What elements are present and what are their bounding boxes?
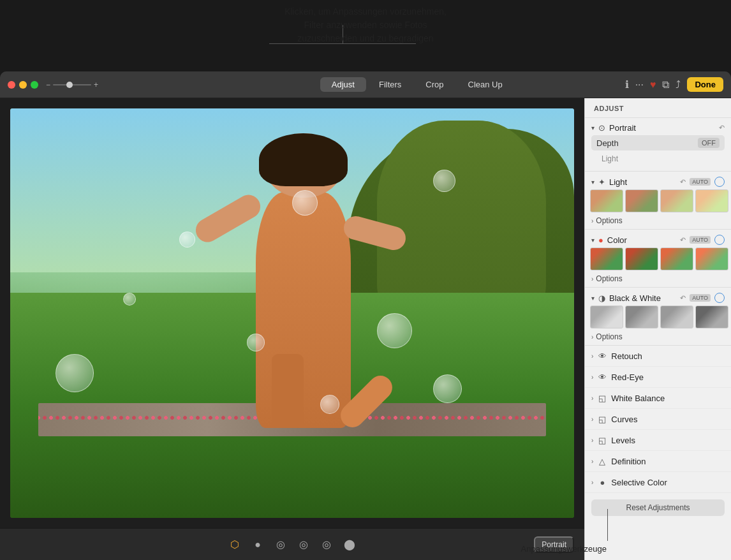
tab-crop[interactable]: Crop — [414, 77, 455, 92]
reset-adjustments-button[interactable]: Reset Adjustments — [591, 499, 725, 516]
light-thumb-1[interactable] — [590, 189, 623, 212]
right-sidebar: ADJUST ▾ ⊙ Portrait ↶ Depth OFF Light ▾ — [584, 98, 731, 560]
filter-icon-2[interactable]: ◎ — [273, 537, 288, 552]
light-auto-btn[interactable]: AUTO — [690, 178, 711, 186]
bw-options-chevron: › — [591, 334, 593, 341]
tab-adjust[interactable]: Adjust — [320, 77, 366, 92]
bw-thumb-2[interactable] — [625, 306, 658, 328]
filter-icon-3[interactable]: ◎ — [296, 537, 311, 552]
bw-thumb-4[interactable] — [695, 306, 728, 328]
color-thumbnails — [585, 247, 731, 273]
minimize-button[interactable] — [19, 81, 27, 89]
bw-auto-btn[interactable]: AUTO — [690, 294, 711, 302]
bw-section-header[interactable]: ▾ ◑ Black & White ↶ AUTO — [585, 288, 731, 306]
depth-label: Depth — [596, 138, 698, 148]
light-thumb-3[interactable] — [660, 189, 693, 212]
toolbar-right: ℹ ··· ♥ ⧉ ⤴ Done — [625, 77, 723, 92]
curves-item[interactable]: › ◱ Curves — [585, 409, 731, 430]
light-thumb-2[interactable] — [625, 189, 658, 212]
brightness-control: − + — [46, 80, 98, 89]
info-icon[interactable]: ℹ — [625, 78, 629, 91]
light-section: ▾ ✦ Light ↶ AUTO › Options — [585, 172, 731, 230]
titlebar: − + Adjust Filters Crop Clean Up ℹ ··· ♥… — [0, 71, 731, 98]
more-icon[interactable]: ··· — [635, 79, 644, 91]
tab-filters[interactable]: Filters — [367, 77, 413, 92]
light-thumb-4[interactable] — [695, 189, 728, 212]
color-thumb-1[interactable] — [590, 247, 623, 270]
photo-image — [10, 108, 574, 518]
light-options-row[interactable]: › Options — [585, 215, 731, 229]
light-reset-icon[interactable]: ↶ — [680, 178, 686, 186]
light-options-label: Options — [596, 216, 622, 225]
toolbar-tabs: Adjust Filters Crop Clean Up — [320, 77, 514, 92]
portrait-badge[interactable]: Portrait — [534, 536, 574, 553]
heart-icon[interactable]: ♥ — [650, 79, 656, 91]
bw-options-row[interactable]: › Options — [585, 331, 731, 345]
curves-label: Curves — [611, 415, 637, 424]
bw-thumb-1[interactable] — [590, 306, 623, 328]
definition-label: Definition — [611, 457, 646, 466]
bottom-bar: ⬡ ● ◎ ◎ ◎ ⬤ Portrait — [0, 528, 584, 560]
bw-icon: ◑ — [598, 293, 605, 303]
brightness-minus-icon[interactable]: − — [46, 80, 50, 89]
levels-item[interactable]: › ◱ Levels — [585, 430, 731, 451]
done-button[interactable]: Done — [687, 77, 723, 92]
color-options-chevron: › — [591, 276, 593, 283]
fullscreen-button[interactable] — [31, 81, 38, 89]
copy-icon[interactable]: ⧉ — [662, 79, 669, 91]
color-thumb-2[interactable] — [625, 247, 658, 270]
bw-thumb-3[interactable] — [660, 306, 693, 328]
color-thumb-3[interactable] — [660, 247, 693, 270]
red-eye-label: Red-Eye — [611, 372, 644, 382]
main-window: − + Adjust Filters Crop Clean Up ℹ ··· ♥… — [0, 71, 731, 560]
selective-color-item[interactable]: › ● Selective Color — [585, 472, 731, 493]
definition-chevron: › — [591, 458, 593, 465]
filter-icon-1[interactable]: ● — [250, 537, 265, 552]
portrait-reset-icon[interactable]: ↶ — [719, 124, 725, 132]
color-thumb-4[interactable] — [695, 247, 728, 270]
levels-label: Levels — [611, 436, 635, 445]
photo-container — [0, 98, 584, 528]
red-eye-chevron: › — [591, 374, 593, 381]
definition-item[interactable]: › △ Definition — [585, 451, 731, 472]
portrait-chevron-icon: ▾ — [591, 124, 594, 131]
light-toggle[interactable] — [714, 177, 725, 187]
color-icon: ● — [598, 235, 603, 245]
brightness-slider[interactable] — [53, 84, 91, 85]
red-eye-item[interactable]: › 👁 Red-Eye — [585, 367, 731, 388]
color-section-header[interactable]: ▾ ● Color ↶ AUTO — [585, 230, 731, 247]
color-options-row[interactable]: › Options — [585, 273, 731, 287]
bw-toggle[interactable] — [714, 293, 725, 303]
portrait-section-header[interactable]: ▾ ⊙ Portrait ↶ — [585, 118, 731, 135]
filter-icon-4[interactable]: ◎ — [319, 537, 334, 552]
light-title: Light — [609, 177, 676, 187]
color-reset-icon[interactable]: ↶ — [680, 236, 686, 244]
white-balance-item[interactable]: › ◱ White Balance — [585, 388, 731, 409]
brightness-plus-icon[interactable]: + — [94, 80, 98, 89]
filter-icon-5[interactable]: ⬤ — [342, 537, 357, 552]
light-section-header[interactable]: ▾ ✦ Light ↶ AUTO — [585, 172, 731, 189]
white-balance-label: White Balance — [611, 394, 665, 403]
red-eye-icon: 👁 — [597, 372, 607, 382]
tab-cleanup[interactable]: Clean Up — [457, 77, 514, 92]
share-icon[interactable]: ⤴ — [676, 79, 681, 91]
callout-line — [269, 43, 416, 44]
main-content: ⬡ ● ◎ ◎ ◎ ⬤ Portrait ADJUST ▾ ⊙ Portrait… — [0, 98, 731, 560]
color-auto-btn[interactable]: AUTO — [690, 236, 711, 244]
color-toggle[interactable] — [714, 235, 725, 245]
sidebar-header: ADJUST — [585, 98, 731, 118]
portrait-icon: ⊙ — [598, 123, 605, 133]
levels-chevron: › — [591, 437, 593, 444]
color-chevron-icon: ▾ — [591, 237, 594, 244]
color-options-label: Options — [596, 274, 622, 283]
callout-text: Klicken, um Anpassungen vorzunehmen, Fil… — [284, 5, 447, 45]
bw-title: Black & White — [609, 293, 676, 303]
close-button[interactable] — [8, 81, 15, 89]
bw-reset-icon[interactable]: ↶ — [680, 294, 686, 302]
retouch-chevron: › — [591, 353, 593, 360]
light-subrow: Light — [585, 153, 731, 167]
retouch-item[interactable]: › 👁 Retouch — [585, 346, 731, 367]
portrait-mode-icon[interactable]: ⬡ — [227, 537, 242, 552]
depth-off-badge[interactable]: OFF — [698, 138, 720, 148]
retouch-label: Retouch — [611, 351, 642, 361]
